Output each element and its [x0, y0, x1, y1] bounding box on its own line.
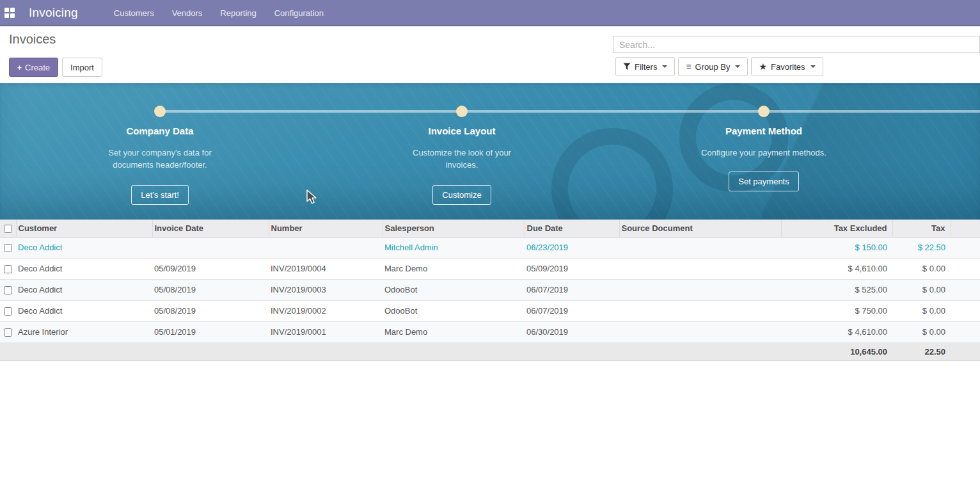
create-button-label: Create — [25, 63, 50, 72]
column-header-blank — [951, 220, 980, 237]
cell-invoice-date[interactable]: 05/08/2019 — [152, 300, 269, 321]
row-select-cell — [0, 321, 16, 342]
plus-icon: + — [17, 63, 22, 72]
control-panel: Invoices +Create Import Filters ≡ Group … — [0, 26, 980, 83]
cell-tax[interactable]: $ 0.00 — [892, 321, 951, 342]
step-dot-invoice-layout — [456, 106, 468, 117]
set-payments-button[interactable]: Set payments — [729, 172, 799, 191]
cell-due-date[interactable]: 06/07/2019 — [525, 300, 619, 321]
chevron-down-icon — [735, 65, 740, 68]
menu-item-reporting[interactable]: Reporting — [220, 8, 256, 18]
cell-due-date[interactable]: 06/30/2019 — [525, 321, 619, 342]
column-header-source-document[interactable]: Source Document — [619, 220, 781, 237]
column-header-salesperson[interactable]: Salesperson — [383, 220, 525, 237]
page-title: Invoices — [9, 32, 56, 47]
column-header-tax-excluded[interactable]: Tax Excluded — [781, 220, 892, 237]
app-name[interactable]: Invoicing — [29, 6, 78, 20]
cell-invoice-date[interactable]: 05/01/2019 — [152, 321, 269, 342]
cell-number[interactable] — [269, 237, 383, 258]
step-description: Customize the look of your invoices. — [404, 147, 519, 171]
cell-salesperson[interactable]: Mitchell Admin — [383, 237, 525, 258]
cell-invoice-date[interactable]: 05/08/2019 — [152, 279, 269, 300]
cell-tax[interactable]: $ 0.00 — [892, 279, 951, 300]
cell-salesperson[interactable]: OdooBot — [383, 279, 525, 300]
column-header-due-date[interactable]: Due Date — [525, 220, 619, 237]
cell-number[interactable]: INV/2019/0001 — [269, 321, 383, 342]
cell-tax-excluded[interactable]: $ 4,610.00 — [781, 258, 892, 279]
invoice-row[interactable]: Deco Addict Mitchell Admin 06/23/2019 $ … — [0, 237, 980, 258]
import-button[interactable]: Import — [62, 58, 102, 77]
step-dot-payment-method — [758, 106, 770, 117]
cell-tax-excluded[interactable]: $ 750.00 — [781, 300, 892, 321]
cell-tax-excluded[interactable]: $ 525.00 — [781, 279, 892, 300]
invoice-row[interactable]: Azure Interior 05/01/2019 INV/2019/0001 … — [0, 321, 980, 342]
cell-tax-excluded[interactable]: $ 4,610.00 — [781, 321, 892, 342]
invoice-row[interactable]: Deco Addict 05/08/2019 INV/2019/0002 Odo… — [0, 300, 980, 321]
select-all-checkbox[interactable] — [4, 225, 12, 233]
cell-customer[interactable]: Azure Interior — [16, 321, 152, 342]
favorites-label: Favorites — [771, 62, 805, 72]
column-header-invoice-date[interactable]: Invoice Date — [152, 220, 269, 237]
cell-number[interactable]: INV/2019/0002 — [269, 300, 383, 321]
cell-number[interactable]: INV/2019/0004 — [269, 258, 383, 279]
apps-grid-square — [4, 13, 9, 18]
menu-item-configuration[interactable]: Configuration — [274, 8, 324, 18]
group-by-button[interactable]: ≡ Group By — [678, 57, 748, 76]
row-checkbox[interactable] — [4, 328, 12, 337]
row-checkbox[interactable] — [4, 307, 12, 316]
cell-source-document[interactable] — [619, 258, 781, 279]
row-checkbox[interactable] — [4, 286, 12, 294]
row-select-cell — [0, 258, 16, 279]
row-checkbox[interactable] — [4, 244, 12, 252]
group-by-lines-icon: ≡ — [686, 62, 691, 71]
cell-customer[interactable]: Deco Addict — [16, 237, 152, 258]
menu-item-customers[interactable]: Customers — [114, 8, 154, 18]
cell-customer[interactable]: Deco Addict — [16, 300, 152, 321]
cell-due-date[interactable]: 06/07/2019 — [525, 279, 619, 300]
filters-button[interactable]: Filters — [615, 57, 675, 76]
cell-salesperson[interactable]: OdooBot — [383, 300, 525, 321]
cell-tax[interactable]: $ 22.50 — [892, 237, 951, 258]
search-input[interactable] — [613, 36, 980, 53]
cell-source-document[interactable] — [619, 321, 781, 342]
lets-start-button[interactable]: Let's start! — [131, 185, 189, 205]
table-footer: 10,645.00 22.50 — [0, 342, 980, 360]
cell-source-document[interactable] — [619, 237, 781, 258]
cell-invoice-date[interactable] — [152, 237, 269, 258]
cell-tax[interactable]: $ 0.00 — [892, 300, 951, 321]
customize-button[interactable]: Customize — [432, 185, 491, 205]
row-select-cell — [0, 300, 16, 321]
cell-tax[interactable]: $ 0.00 — [892, 258, 951, 279]
filter-funnel-icon — [623, 63, 631, 70]
cell-invoice-date[interactable]: 05/09/2019 — [152, 258, 269, 279]
invoicing-app-window: Invoicing Customers Vendors Reporting Co… — [0, 0, 980, 482]
table-body: Deco Addict Mitchell Admin 06/23/2019 $ … — [0, 237, 980, 342]
top-navbar: Invoicing Customers Vendors Reporting Co… — [0, 0, 980, 26]
favorites-button[interactable]: ★ Favorites — [751, 57, 823, 76]
cell-customer[interactable]: Deco Addict — [16, 258, 152, 279]
cell-due-date[interactable]: 05/09/2019 — [525, 258, 619, 279]
row-select-cell — [0, 279, 16, 300]
cell-salesperson[interactable]: Marc Demo — [383, 258, 525, 279]
cell-source-document[interactable] — [619, 279, 781, 300]
column-header-tax[interactable]: Tax — [892, 220, 951, 237]
apps-grid-icon[interactable] — [4, 8, 15, 19]
cell-source-document[interactable] — [619, 300, 781, 321]
cell-due-date[interactable]: 06/23/2019 — [525, 237, 619, 258]
cell-tax-excluded[interactable]: $ 150.00 — [781, 237, 892, 258]
invoice-row[interactable]: Deco Addict 05/08/2019 INV/2019/0003 Odo… — [0, 279, 980, 300]
column-header-customer[interactable]: Customer — [16, 220, 152, 237]
total-tax: 22.50 — [892, 342, 951, 360]
cell-salesperson[interactable]: Marc Demo — [383, 321, 525, 342]
cell-blank — [951, 258, 980, 279]
menu-item-vendors[interactable]: Vendors — [172, 8, 203, 18]
create-button[interactable]: +Create — [9, 58, 58, 77]
row-checkbox[interactable] — [4, 265, 12, 273]
cell-customer[interactable]: Deco Addict — [16, 279, 152, 300]
action-buttons: +Create Import — [9, 58, 102, 77]
invoice-row[interactable]: Deco Addict 05/09/2019 INV/2019/0004 Mar… — [0, 258, 980, 279]
step-dot-company-data — [154, 106, 166, 117]
column-header-number[interactable]: Number — [269, 220, 383, 237]
cell-number[interactable]: INV/2019/0003 — [269, 279, 383, 300]
apps-grid-square — [10, 8, 15, 12]
